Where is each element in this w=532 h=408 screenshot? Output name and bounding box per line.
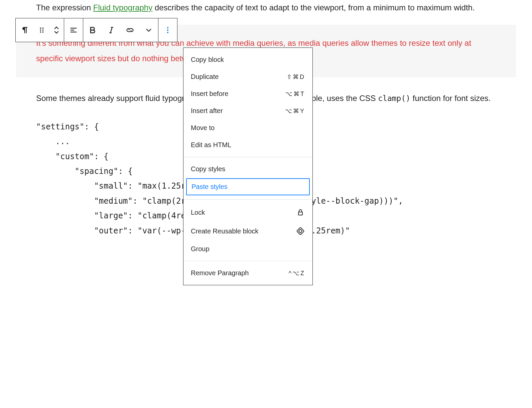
menu-item-label: Group <box>191 245 210 253</box>
svg-point-12 <box>167 27 168 28</box>
paragraph-icon <box>20 25 30 35</box>
menu-item-paste-styles[interactable]: Paste styles <box>186 178 310 195</box>
drag-handle-button[interactable] <box>34 18 49 42</box>
align-icon <box>69 25 78 35</box>
menu-item-shortcut: ^⌥Z <box>289 270 305 277</box>
menu-item-label: Insert before <box>191 90 228 98</box>
menu-item-shortcut: ⇧⌘D <box>287 73 305 81</box>
align-button[interactable] <box>64 18 83 42</box>
block-options-button[interactable] <box>158 18 177 42</box>
menu-item-label: Move to <box>191 124 215 132</box>
menu-item-edit-as-html[interactable]: Edit as HTML <box>183 136 312 154</box>
svg-point-1 <box>42 27 44 29</box>
paragraph-block-button[interactable] <box>16 18 34 42</box>
svg-point-4 <box>40 31 41 33</box>
svg-point-5 <box>42 31 44 33</box>
block-toolbar <box>15 18 177 42</box>
menu-item-label: Edit as HTML <box>191 141 231 149</box>
block-options-menu: Copy blockDuplicate⇧⌘DInsert before⌥⌘TIn… <box>183 47 313 285</box>
lock-icon <box>296 208 305 217</box>
svg-point-2 <box>40 29 41 31</box>
menu-item-duplicate[interactable]: Duplicate⇧⌘D <box>183 68 312 85</box>
menu-item-copy-styles[interactable]: Copy styles <box>183 161 312 178</box>
menu-item-create-reusable-block[interactable]: Create Reusable block <box>183 222 312 240</box>
menu-item-insert-before[interactable]: Insert before⌥⌘T <box>183 85 312 102</box>
svg-rect-16 <box>297 227 304 235</box>
bold-icon <box>88 25 97 35</box>
svg-rect-17 <box>298 229 302 233</box>
chevron-down-icon <box>144 25 153 35</box>
menu-item-label: Copy styles <box>191 165 225 173</box>
svg-point-0 <box>40 27 41 29</box>
svg-point-3 <box>42 29 44 31</box>
link-icon <box>125 25 135 35</box>
menu-item-label: Remove Paragraph <box>191 269 249 277</box>
svg-line-9 <box>111 27 112 33</box>
menu-item-label: Duplicate <box>191 73 219 81</box>
italic-button[interactable] <box>102 18 121 42</box>
menu-item-move-to[interactable]: Move to <box>183 119 312 136</box>
menu-item-insert-after[interactable]: Insert after⌥⌘Y <box>183 102 312 119</box>
menu-item-label: Create Reusable block <box>191 227 258 235</box>
menu-item-shortcut: ⌥⌘T <box>285 90 305 98</box>
menu-item-label: Insert after <box>191 107 223 115</box>
reusable-icon <box>296 226 305 236</box>
link-button[interactable] <box>121 18 139 42</box>
move-up-down-button[interactable] <box>49 18 64 42</box>
menu-item-label: Paste styles <box>191 183 228 191</box>
svg-point-14 <box>167 32 168 33</box>
italic-icon <box>107 25 116 35</box>
more-format-button[interactable] <box>139 18 158 42</box>
svg-point-13 <box>167 29 168 31</box>
menu-item-copy-block[interactable]: Copy block <box>183 51 312 68</box>
more-vertical-icon <box>163 25 172 35</box>
menu-item-label: Copy block <box>191 56 224 64</box>
paragraph-intro[interactable]: The expression Fluid typography describe… <box>36 0 496 15</box>
chevron-up-down-icon <box>52 25 61 35</box>
menu-item-remove-paragraph[interactable]: Remove Paragraph^⌥Z <box>183 265 312 282</box>
menu-item-shortcut: ⌥⌘Y <box>285 107 305 115</box>
svg-rect-15 <box>298 212 302 215</box>
menu-item-group[interactable]: Group <box>183 240 312 258</box>
bold-button[interactable] <box>83 18 102 42</box>
menu-item-label: Lock <box>191 209 205 216</box>
drag-icon <box>37 25 46 35</box>
menu-item-lock[interactable]: Lock <box>183 203 312 222</box>
